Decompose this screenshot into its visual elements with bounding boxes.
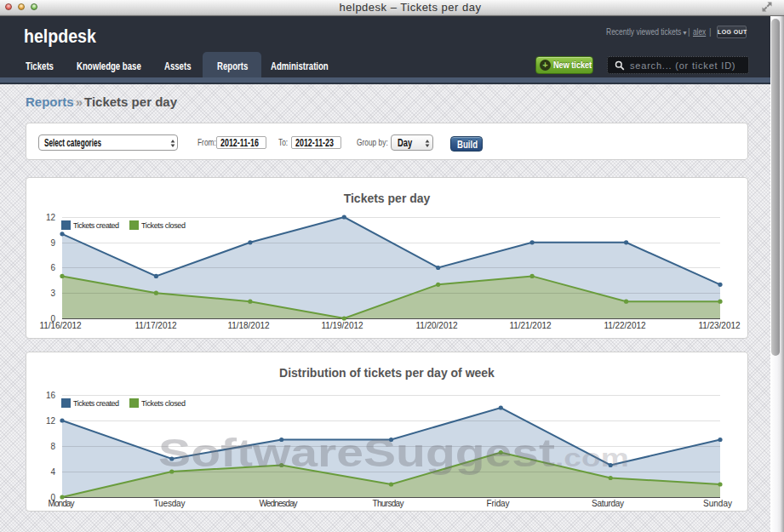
svg-text:6: 6 [50,263,55,272]
svg-text:16: 16 [46,391,56,400]
svg-text:Tickets closed: Tickets closed [141,399,186,408]
svg-text:11/18/2012: 11/18/2012 [228,321,270,330]
svg-text:12: 12 [46,416,56,426]
svg-text:Friday: Friday [487,499,510,508]
svg-text:11/20/2012: 11/20/2012 [416,321,458,330]
svg-text:3: 3 [50,289,55,298]
svg-text:Saturday: Saturday [592,499,624,508]
svg-text:4: 4 [50,467,55,477]
svg-text:Tickets closed: Tickets closed [141,221,186,230]
svg-text:Wednesday: Wednesday [260,499,298,508]
svg-text:Monday: Monday [49,499,75,508]
svg-text:8: 8 [50,442,55,451]
svg-text:11/21/2012: 11/21/2012 [510,321,552,330]
svg-text:Tickets created: Tickets created [73,399,119,408]
svg-text:9: 9 [50,238,55,248]
svg-text:Sunday: Sunday [703,499,732,508]
svg-text:Thursday: Thursday [373,499,404,508]
svg-text:11/23/2012: 11/23/2012 [699,321,741,330]
svg-text:Tickets created: Tickets created [73,221,119,230]
svg-text:11/22/2012: 11/22/2012 [604,321,646,330]
svg-text:12: 12 [46,213,56,222]
svg-text:Tuesday: Tuesday [154,499,186,508]
svg-text:11/17/2012: 11/17/2012 [135,321,177,330]
svg-text:11/19/2012: 11/19/2012 [322,321,363,330]
svg-text:11/16/2012: 11/16/2012 [40,321,82,330]
